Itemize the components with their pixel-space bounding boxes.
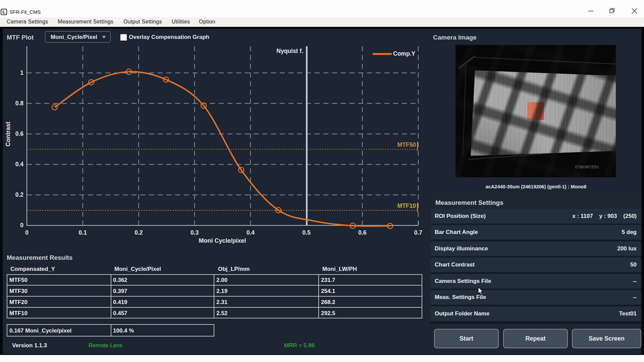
svg-text:MTF10: MTF10: [397, 202, 416, 209]
svg-text:Moni Cycle/pixel: Moni Cycle/pixel: [199, 237, 246, 244]
svg-text:Contrast: Contrast: [5, 122, 11, 146]
svg-text:0.5: 0.5: [302, 229, 311, 236]
svg-text:Comp.Y: Comp.Y: [393, 50, 415, 57]
svg-text:MTF50: MTF50: [397, 141, 416, 148]
svg-text:0.1: 0.1: [79, 229, 87, 236]
svg-text:0.6: 0.6: [358, 229, 367, 236]
svg-text:0.4: 0.4: [247, 229, 255, 236]
svg-text:0.6: 0.6: [15, 130, 24, 137]
svg-text:0.3: 0.3: [191, 229, 199, 236]
svg-text:0.4: 0.4: [15, 161, 24, 168]
svg-text:0.7: 0.7: [414, 229, 422, 236]
svg-text:0: 0: [20, 222, 23, 229]
svg-text:0.2: 0.2: [135, 229, 143, 236]
svg-text:1: 1: [20, 69, 23, 76]
svg-text:0.2: 0.2: [15, 191, 24, 198]
svg-text:Nyquist f.: Nyquist f.: [276, 48, 303, 54]
svg-text:0: 0: [25, 229, 29, 236]
svg-text:0.8: 0.8: [15, 100, 24, 107]
svg-text:FEELWORLD: FEELWORLD: [575, 165, 599, 169]
